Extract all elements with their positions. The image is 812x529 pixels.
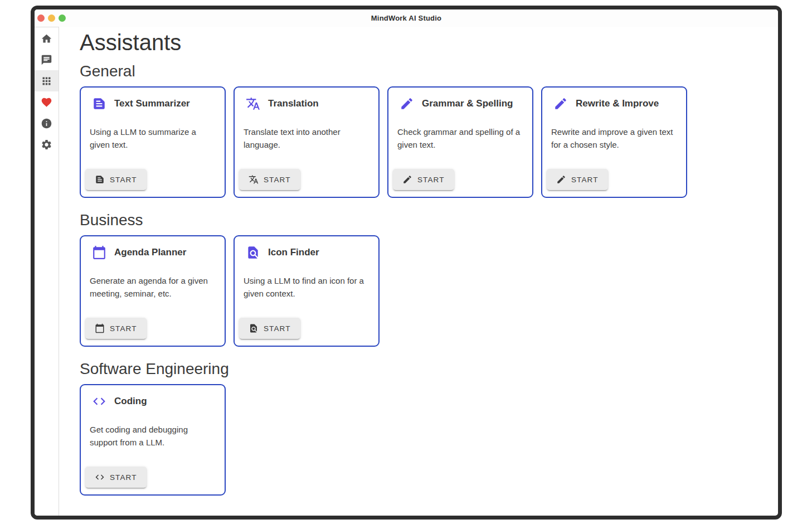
minimize-button[interactable] <box>48 14 55 22</box>
app-window: MindWork AI Studio Assistants <box>31 6 782 520</box>
card-description: Check grammar and spelling of a given te… <box>397 125 523 151</box>
page-title: Assistants <box>80 29 778 56</box>
maximize-button[interactable] <box>59 14 66 22</box>
card-grammar-spelling: Grammar & Spelling Check grammar and spe… <box>387 86 533 198</box>
card-coding: Coding Get coding and debugging support … <box>80 384 226 496</box>
card-title: Translation <box>268 98 319 109</box>
sidebar-item-settings[interactable] <box>35 134 59 155</box>
start-button-label: START <box>110 176 137 184</box>
gear-icon <box>41 139 52 151</box>
card-description: Rewrite and improve a given text for a c… <box>551 125 677 151</box>
pencil-icon <box>400 96 414 111</box>
calendar-icon <box>92 245 106 260</box>
heart-icon <box>41 96 52 108</box>
card-icon-finder: Icon Finder Using a LLM to find an icon … <box>234 235 380 347</box>
start-button-label: START <box>571 176 599 184</box>
section-business: Business Agenda Planner Generate an agen… <box>80 211 778 347</box>
sidebar-item-favorites[interactable] <box>35 91 59 113</box>
find-in-page-icon <box>246 245 260 260</box>
chat-icon <box>41 54 52 66</box>
section-title-general: General <box>80 62 778 80</box>
start-button-coding[interactable]: START <box>85 467 147 488</box>
start-button-grammar-spelling[interactable]: START <box>393 169 454 190</box>
section-software-engineering: Software Engineering Coding Get coding a… <box>80 360 778 496</box>
main-content: Assistants General Text Summarizer Using… <box>59 27 778 520</box>
card-description: Get coding and debugging support from a … <box>90 423 216 449</box>
sidebar <box>35 27 59 520</box>
info-icon <box>41 118 52 129</box>
start-button-label: START <box>417 176 445 184</box>
start-button-rewrite-improve[interactable]: START <box>547 169 608 190</box>
section-title-business: Business <box>80 211 778 229</box>
start-button-icon-finder[interactable]: START <box>239 318 300 339</box>
start-button-translation[interactable]: START <box>239 169 300 190</box>
code-icon <box>92 394 106 409</box>
start-button-label: START <box>110 324 137 333</box>
sidebar-item-home[interactable] <box>35 28 59 49</box>
calendar-icon <box>95 323 105 333</box>
traffic-lights <box>37 9 66 27</box>
card-title: Icon Finder <box>268 247 319 258</box>
apps-grid-icon <box>41 75 52 87</box>
sidebar-item-about[interactable] <box>35 113 59 134</box>
start-button-label: START <box>264 324 291 333</box>
card-rewrite-improve: Rewrite & Improve Rewrite and improve a … <box>541 86 687 198</box>
text-snippet-icon <box>95 174 105 185</box>
window-title: MindWork AI Studio <box>371 14 441 22</box>
card-description: Using a LLM to summarize a given text. <box>90 125 216 151</box>
code-icon <box>95 472 105 482</box>
section-general: General Text Summarizer Using a LLM to s… <box>80 62 778 198</box>
card-description: Using a LLM to find an icon for a given … <box>244 274 369 300</box>
pencil-icon <box>556 174 566 185</box>
card-agenda-planner: Agenda Planner Generate an agenda for a … <box>80 235 226 347</box>
pencil-icon <box>553 96 568 111</box>
pencil-icon <box>402 174 412 185</box>
translate-icon <box>246 96 260 111</box>
sidebar-item-chat[interactable] <box>35 49 59 70</box>
card-title: Text Summarizer <box>114 98 190 109</box>
card-text-summarizer: Text Summarizer Using a LLM to summarize… <box>80 86 226 198</box>
text-snippet-icon <box>92 96 106 111</box>
start-button-text-summarizer[interactable]: START <box>85 169 147 190</box>
section-title-software-engineering: Software Engineering <box>80 360 778 378</box>
card-description: Translate text into another language. <box>244 125 369 151</box>
start-button-label: START <box>110 473 137 482</box>
titlebar: MindWork AI Studio <box>35 9 778 27</box>
card-title: Rewrite & Improve <box>576 98 659 109</box>
start-button-agenda-planner[interactable]: START <box>85 318 147 339</box>
start-button-label: START <box>264 176 291 184</box>
card-description: Generate an agenda for a given meeting, … <box>90 274 216 300</box>
home-icon <box>41 33 52 45</box>
find-in-page-icon <box>249 323 259 333</box>
card-title: Coding <box>114 396 147 407</box>
translate-icon <box>249 174 259 185</box>
card-title: Agenda Planner <box>114 247 186 258</box>
sidebar-item-assistants[interactable] <box>35 70 59 91</box>
card-title: Grammar & Spelling <box>422 98 513 109</box>
card-translation: Translation Translate text into another … <box>234 86 380 198</box>
close-button[interactable] <box>37 14 45 22</box>
